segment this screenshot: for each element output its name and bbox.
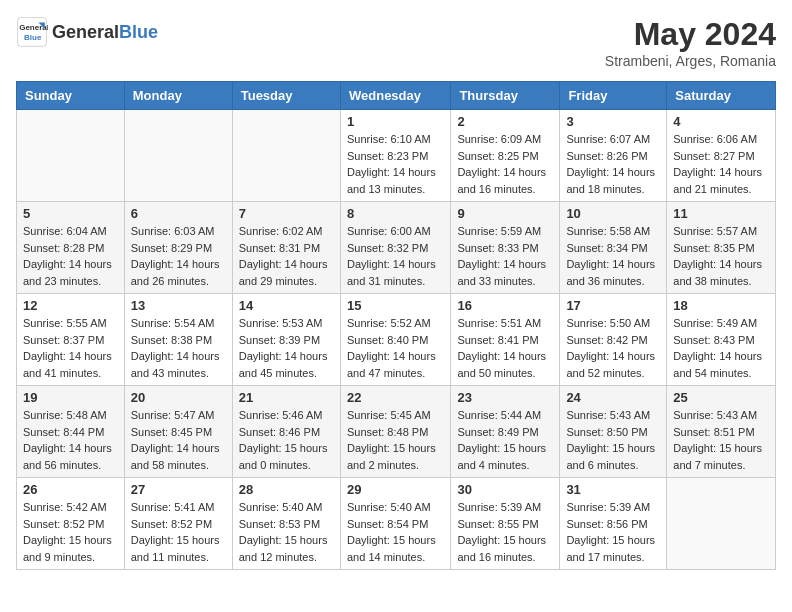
logo-icon: General Blue [16,16,48,48]
day-info: Sunrise: 5:57 AMSunset: 8:35 PMDaylight:… [673,223,769,289]
day-number: 19 [23,390,118,405]
calendar-cell [124,110,232,202]
calendar-cell [17,110,125,202]
calendar-cell: 26Sunrise: 5:42 AMSunset: 8:52 PMDayligh… [17,478,125,570]
day-info: Sunrise: 5:40 AMSunset: 8:54 PMDaylight:… [347,499,444,565]
calendar-cell: 29Sunrise: 5:40 AMSunset: 8:54 PMDayligh… [340,478,450,570]
day-info: Sunrise: 5:52 AMSunset: 8:40 PMDaylight:… [347,315,444,381]
weekday-header-row: SundayMondayTuesdayWednesdayThursdayFrid… [17,82,776,110]
calendar-cell: 17Sunrise: 5:50 AMSunset: 8:42 PMDayligh… [560,294,667,386]
calendar-cell: 30Sunrise: 5:39 AMSunset: 8:55 PMDayligh… [451,478,560,570]
day-number: 10 [566,206,660,221]
day-info: Sunrise: 6:07 AMSunset: 8:26 PMDaylight:… [566,131,660,197]
day-info: Sunrise: 5:45 AMSunset: 8:48 PMDaylight:… [347,407,444,473]
calendar-cell: 8Sunrise: 6:00 AMSunset: 8:32 PMDaylight… [340,202,450,294]
day-number: 17 [566,298,660,313]
calendar-cell: 31Sunrise: 5:39 AMSunset: 8:56 PMDayligh… [560,478,667,570]
calendar-week-3: 12Sunrise: 5:55 AMSunset: 8:37 PMDayligh… [17,294,776,386]
day-number: 9 [457,206,553,221]
calendar-week-2: 5Sunrise: 6:04 AMSunset: 8:28 PMDaylight… [17,202,776,294]
weekday-header-monday: Monday [124,82,232,110]
day-info: Sunrise: 5:39 AMSunset: 8:55 PMDaylight:… [457,499,553,565]
day-number: 15 [347,298,444,313]
day-info: Sunrise: 6:04 AMSunset: 8:28 PMDaylight:… [23,223,118,289]
day-number: 18 [673,298,769,313]
day-number: 28 [239,482,334,497]
weekday-header-thursday: Thursday [451,82,560,110]
calendar-cell [667,478,776,570]
calendar-cell: 27Sunrise: 5:41 AMSunset: 8:52 PMDayligh… [124,478,232,570]
calendar-cell: 2Sunrise: 6:09 AMSunset: 8:25 PMDaylight… [451,110,560,202]
day-number: 25 [673,390,769,405]
calendar-cell: 28Sunrise: 5:40 AMSunset: 8:53 PMDayligh… [232,478,340,570]
day-number: 11 [673,206,769,221]
calendar-cell: 25Sunrise: 5:43 AMSunset: 8:51 PMDayligh… [667,386,776,478]
day-info: Sunrise: 6:09 AMSunset: 8:25 PMDaylight:… [457,131,553,197]
day-info: Sunrise: 5:41 AMSunset: 8:52 PMDaylight:… [131,499,226,565]
day-number: 4 [673,114,769,129]
day-number: 30 [457,482,553,497]
day-number: 16 [457,298,553,313]
calendar-cell: 12Sunrise: 5:55 AMSunset: 8:37 PMDayligh… [17,294,125,386]
calendar-cell: 15Sunrise: 5:52 AMSunset: 8:40 PMDayligh… [340,294,450,386]
day-number: 14 [239,298,334,313]
day-info: Sunrise: 5:55 AMSunset: 8:37 PMDaylight:… [23,315,118,381]
day-number: 21 [239,390,334,405]
title-area: May 2024 Strambeni, Arges, Romania [605,16,776,69]
day-info: Sunrise: 5:53 AMSunset: 8:39 PMDaylight:… [239,315,334,381]
day-info: Sunrise: 5:48 AMSunset: 8:44 PMDaylight:… [23,407,118,473]
day-number: 6 [131,206,226,221]
calendar-cell: 6Sunrise: 6:03 AMSunset: 8:29 PMDaylight… [124,202,232,294]
page-header: General Blue GeneralBlue May 2024 Stramb… [16,16,776,69]
logo: General Blue GeneralBlue [16,16,158,48]
day-info: Sunrise: 6:10 AMSunset: 8:23 PMDaylight:… [347,131,444,197]
day-info: Sunrise: 5:47 AMSunset: 8:45 PMDaylight:… [131,407,226,473]
day-number: 27 [131,482,226,497]
day-info: Sunrise: 5:43 AMSunset: 8:50 PMDaylight:… [566,407,660,473]
calendar-week-5: 26Sunrise: 5:42 AMSunset: 8:52 PMDayligh… [17,478,776,570]
day-number: 26 [23,482,118,497]
day-info: Sunrise: 5:51 AMSunset: 8:41 PMDaylight:… [457,315,553,381]
day-info: Sunrise: 5:50 AMSunset: 8:42 PMDaylight:… [566,315,660,381]
calendar-cell: 13Sunrise: 5:54 AMSunset: 8:38 PMDayligh… [124,294,232,386]
calendar-cell: 7Sunrise: 6:02 AMSunset: 8:31 PMDaylight… [232,202,340,294]
calendar-cell [232,110,340,202]
day-number: 8 [347,206,444,221]
logo-text: GeneralBlue [52,22,158,43]
calendar-cell: 21Sunrise: 5:46 AMSunset: 8:46 PMDayligh… [232,386,340,478]
day-info: Sunrise: 5:42 AMSunset: 8:52 PMDaylight:… [23,499,118,565]
calendar-cell: 1Sunrise: 6:10 AMSunset: 8:23 PMDaylight… [340,110,450,202]
day-info: Sunrise: 6:03 AMSunset: 8:29 PMDaylight:… [131,223,226,289]
month-year-title: May 2024 [605,16,776,53]
day-number: 7 [239,206,334,221]
day-number: 31 [566,482,660,497]
location-subtitle: Strambeni, Arges, Romania [605,53,776,69]
calendar-week-4: 19Sunrise: 5:48 AMSunset: 8:44 PMDayligh… [17,386,776,478]
day-info: Sunrise: 5:54 AMSunset: 8:38 PMDaylight:… [131,315,226,381]
calendar-cell: 5Sunrise: 6:04 AMSunset: 8:28 PMDaylight… [17,202,125,294]
calendar-cell: 16Sunrise: 5:51 AMSunset: 8:41 PMDayligh… [451,294,560,386]
day-number: 24 [566,390,660,405]
day-number: 22 [347,390,444,405]
calendar-cell: 3Sunrise: 6:07 AMSunset: 8:26 PMDaylight… [560,110,667,202]
day-number: 2 [457,114,553,129]
weekday-header-saturday: Saturday [667,82,776,110]
day-number: 13 [131,298,226,313]
day-number: 29 [347,482,444,497]
calendar-table: SundayMondayTuesdayWednesdayThursdayFrid… [16,81,776,570]
weekday-header-wednesday: Wednesday [340,82,450,110]
day-info: Sunrise: 5:40 AMSunset: 8:53 PMDaylight:… [239,499,334,565]
calendar-cell: 19Sunrise: 5:48 AMSunset: 8:44 PMDayligh… [17,386,125,478]
day-info: Sunrise: 5:58 AMSunset: 8:34 PMDaylight:… [566,223,660,289]
weekday-header-tuesday: Tuesday [232,82,340,110]
svg-text:Blue: Blue [24,33,42,42]
weekday-header-friday: Friday [560,82,667,110]
day-info: Sunrise: 6:06 AMSunset: 8:27 PMDaylight:… [673,131,769,197]
calendar-cell: 23Sunrise: 5:44 AMSunset: 8:49 PMDayligh… [451,386,560,478]
calendar-week-1: 1Sunrise: 6:10 AMSunset: 8:23 PMDaylight… [17,110,776,202]
calendar-cell: 20Sunrise: 5:47 AMSunset: 8:45 PMDayligh… [124,386,232,478]
day-number: 23 [457,390,553,405]
day-info: Sunrise: 5:59 AMSunset: 8:33 PMDaylight:… [457,223,553,289]
day-info: Sunrise: 6:02 AMSunset: 8:31 PMDaylight:… [239,223,334,289]
logo-blue: Blue [119,22,158,42]
